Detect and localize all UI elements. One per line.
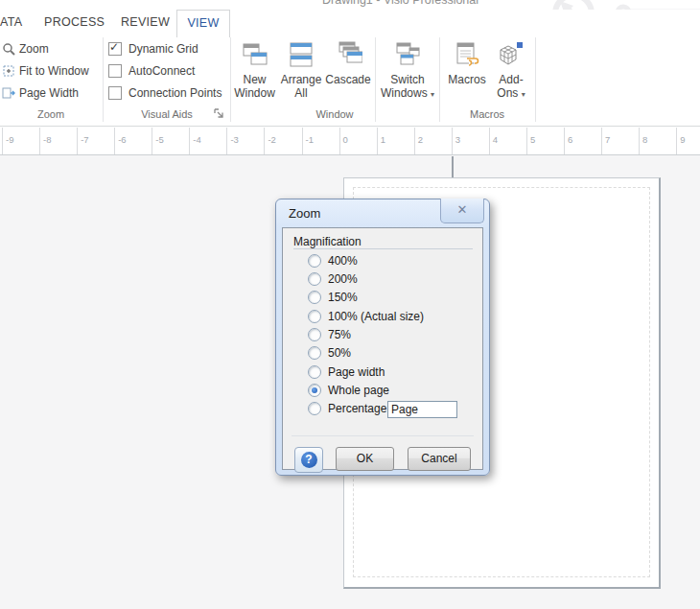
ruler-tick-label: -8 [43,134,51,145]
radio-button-icon[interactable] [308,346,321,360]
ruler-tick: 3 [452,128,489,154]
ribbon: Zoom Fit to Window Page Width Zoom [0,35,700,127]
ruler-tick-label: -4 [193,134,200,145]
ruler-tick: 8 [639,128,676,154]
ruler-tick: 9 [676,128,700,154]
radio-button-icon[interactable] [308,402,321,415]
zoom-dialog-title[interactable]: Zoom [289,206,320,221]
ruler-tick: -4 [189,128,226,154]
ruler-tick-label: -2 [268,134,275,145]
radio-button-icon[interactable] [308,291,321,304]
checkbox-label: Connection Points [128,86,222,100]
visual-aid-checkbox-row[interactable]: Dynamic Grid [108,40,233,57]
page-width-button[interactable]: Page Width [2,84,79,101]
ruler-tick: 5 [526,128,564,154]
arrange-all-icon [287,40,315,69]
page-width-label: Page Width [19,86,79,100]
magnification-option[interactable]: Page width [308,363,424,381]
ruler-tick-label: -3 [230,134,238,145]
zoom-group-label: Zoom [17,108,84,120]
ruler-tick-label: 8 [642,134,647,145]
button-label-line2: Ons [491,86,531,102]
fit-to-window-label: Fit to Window [19,64,89,78]
checkbox-icon[interactable] [108,64,122,78]
cancel-button[interactable]: Cancel [408,447,471,471]
ruler-tick-label: 1 [381,134,385,145]
radio-button-icon[interactable] [308,272,321,286]
radio-button-icon[interactable] [308,365,321,379]
switch-windows-icon [393,40,422,69]
radio-button-icon[interactable] [308,384,321,397]
magnification-option[interactable]: 75% [308,325,424,343]
magnification-option[interactable]: Whole page [308,381,424,399]
magnifier-icon [2,42,15,56]
fit-to-window-button[interactable]: Fit to Window [2,62,89,79]
button-label-line1: Macros [443,73,491,86]
window-title: Drawing1 - Visio Professional [322,0,478,7]
new-window-button[interactable]: New Window [233,38,276,121]
ruler-tick-label: 7 [605,134,610,145]
magnification-option-label: 200% [328,272,358,286]
magnification-option[interactable]: 400% [308,251,424,269]
button-label-line1: Add- [491,73,531,86]
ruler-tick-label: 9 [680,134,685,145]
checkbox-icon[interactable] [108,86,122,100]
tab-data[interactable]: ATA [0,10,22,35]
help-button[interactable]: ? [294,447,323,473]
groupbox-border [293,248,473,249]
ruler-tick: 1 [377,128,414,154]
ruler-tick-label: 4 [493,134,498,145]
ruler-tick: -5 [152,128,189,154]
tab-review[interactable]: REVIEW [121,10,170,35]
visual-aids-group-label: Visual Aids [119,108,215,120]
radio-button-icon[interactable] [308,254,321,268]
percentage-input[interactable] [387,401,457,418]
magnification-option[interactable]: 200% [308,269,424,288]
checkbox-icon[interactable] [108,42,122,56]
macros-icon [453,40,481,69]
ruler-track: -9 -8 -7 -6 -5 -4 -3 -2 -1 0 1 2 [2,128,700,154]
magnification-option-label: 50% [328,346,351,360]
button-label-line2-text: Windows [381,86,428,100]
magnification-option-label: 100% (Actual size) [328,310,424,323]
radio-button-icon[interactable] [308,310,321,323]
magnification-option[interactable]: 150% [308,289,424,307]
button-label-line2: Windows [378,86,437,102]
radio-button-icon[interactable] [308,328,321,341]
ruler-tick-label: -5 [155,134,163,145]
ruler-tick: -1 [302,128,339,154]
visual-aid-checkbox-row[interactable]: Connection Points [108,84,233,101]
group-separator [103,37,104,122]
magnification-option[interactable]: 100% (Actual size) [308,307,424,325]
ruler-tick: 6 [564,128,601,154]
visual-aids-dialog-launcher-icon[interactable] [213,107,225,120]
button-label-line2: Window [233,86,276,100]
magnification-group-label: Magnification [293,235,365,248]
magnification-option-label: Page width [328,365,385,379]
button-label-line1: Cascade [324,73,372,86]
switch-windows-button[interactable]: Switch Windows [378,38,437,121]
magnification-option-label: 75% [328,328,351,341]
visual-aid-checkbox-row[interactable]: AutoConnect [108,62,233,79]
ok-button[interactable]: OK [336,447,394,471]
fit-to-window-icon [2,64,15,78]
checkbox-label: AutoConnect [128,64,195,78]
ruler-tick-label: 0 [343,134,348,145]
help-icon: ? [301,452,317,468]
zoom-button-label: Zoom [19,42,49,56]
ruler-tick-label: -6 [118,134,126,145]
add-ons-icon [497,40,525,69]
page-width-icon [2,86,15,100]
tab-process[interactable]: PROCESS [44,10,105,35]
visio-window: Drawing1 - Visio Professional ATA PROCES… [0,0,700,609]
ruler-tick: -3 [226,128,264,154]
button-label-line2: All [278,86,324,100]
magnification-option[interactable]: 50% [308,344,424,363]
close-icon[interactable]: ✕ [440,199,484,223]
horizontal-ruler: -9 -8 -7 -6 -5 -4 -3 -2 -1 0 1 2 [0,128,700,155]
ruler-tick: 7 [601,128,639,154]
new-window-icon [241,40,269,69]
ruler-tick: 2 [414,128,452,154]
zoom-button[interactable]: Zoom [2,40,49,57]
tab-view[interactable]: VIEW [176,10,230,37]
